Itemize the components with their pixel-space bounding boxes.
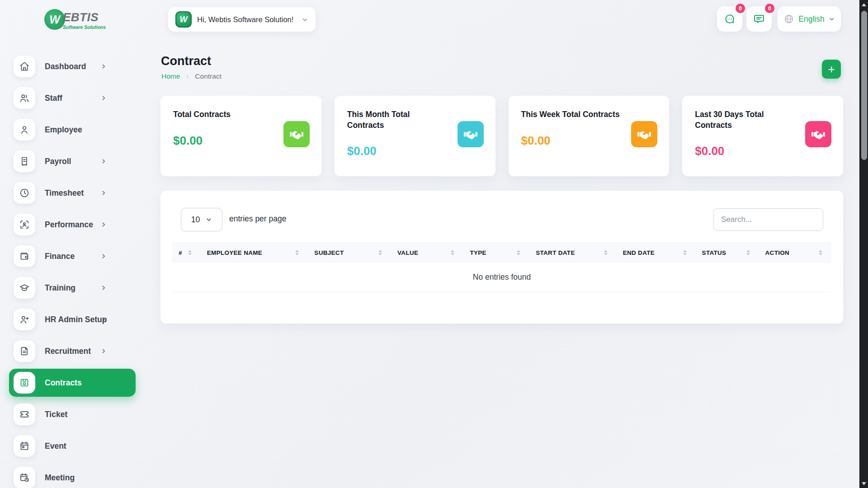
column-header-start-date[interactable]: START DATE — [529, 243, 616, 262]
sidebar-item-label: Staff — [45, 94, 62, 103]
ticket-icon — [14, 404, 35, 425]
entries-per-page-select[interactable]: 10 — [181, 208, 222, 231]
add-contract-button[interactable]: + — [822, 60, 841, 79]
chevron-right-icon — [185, 74, 190, 79]
column-header-status[interactable]: STATUS — [696, 243, 759, 262]
brand-name: EBTIS — [63, 11, 106, 23]
sidebar-item-finance[interactable]: Finance — [0, 240, 136, 272]
stat-title: Total Contracts — [173, 109, 286, 120]
chevron-down-icon — [829, 16, 835, 22]
stat-card-month-total-contracts: This Month Total Contracts $0.00 — [335, 96, 495, 176]
plus-icon: + — [828, 63, 835, 75]
chevron-right-icon — [100, 190, 107, 196]
brand-logo[interactable]: W EBTIS Software Solutions — [44, 9, 106, 30]
empty-message: No entries found — [473, 272, 531, 282]
sidebar-item-employee[interactable]: Employee — [0, 114, 136, 145]
table-header-row: #EMPLOYEE NAMESUBJECTVALUETYPESTART DATE… — [172, 243, 831, 263]
sort-icon — [683, 250, 687, 255]
sidebar-item-timesheet[interactable]: Timesheet — [0, 177, 136, 209]
search-input[interactable] — [713, 208, 823, 231]
language-selector[interactable]: English — [778, 6, 841, 32]
stat-title: This Month Total Contracts — [347, 109, 425, 131]
sidebar-item-meeting[interactable]: Meeting — [0, 462, 136, 488]
sidebar-item-label: Event — [45, 441, 66, 451]
column-header-action[interactable]: ACTION — [759, 243, 831, 262]
notifications-button[interactable]: 0 — [746, 6, 772, 32]
column-label: EMPLOYEE NAME — [207, 249, 262, 256]
sidebar-item-label: Employee — [45, 125, 82, 135]
column-header-type[interactable]: TYPE — [463, 243, 529, 262]
entries-per-page-label: entries per page — [229, 214, 286, 224]
handshake-icon — [283, 121, 310, 147]
home-icon — [14, 56, 35, 77]
scroll-down-arrow[interactable] — [860, 480, 868, 487]
vertical-scrollbar[interactable] — [859, 0, 868, 488]
app-window: W EBTIS Software Solutions Dashboard — [0, 0, 868, 488]
column-label: VALUE — [397, 249, 418, 256]
chevron-right-icon — [100, 158, 107, 164]
stat-card-week-total-contracts: This Week Total Contracts $0.00 — [509, 96, 670, 176]
stat-title: This Week Total Contracts — [521, 109, 634, 120]
user-plus-icon — [14, 309, 35, 330]
chat-bubble-icon — [723, 13, 736, 25]
sidebar-item-dashboard[interactable]: Dashboard — [0, 51, 136, 82]
sidebar-item-recruitment[interactable]: Recruitment — [0, 335, 136, 367]
sidebar-item-staff[interactable]: Staff — [0, 82, 136, 114]
sidebar-item-label: Recruitment — [45, 347, 91, 356]
breadcrumb-home-link[interactable]: Home — [161, 72, 180, 80]
stat-card-total-contracts: Total Contracts $0.00 — [160, 96, 321, 176]
chevron-down-icon — [302, 16, 308, 23]
sidebar-item-hr-admin-setup[interactable]: HR Admin Setup — [0, 304, 136, 335]
chevron-right-icon — [100, 95, 107, 101]
message-square-icon — [753, 13, 765, 25]
stat-title: Last 30 Days Total Contracts — [695, 109, 773, 131]
sort-icon — [378, 250, 382, 255]
account-menu[interactable]: W Hi, Webtis Software Solution! — [168, 7, 316, 32]
breadcrumb-current: Contract — [195, 72, 222, 80]
sidebar-item-payroll[interactable]: Payroll — [0, 145, 136, 177]
chevron-right-icon — [100, 63, 107, 70]
graduation-cap-icon — [14, 277, 35, 299]
breadcrumb: Home Contract — [161, 72, 222, 80]
sidebar-item-event[interactable]: Event — [0, 430, 136, 462]
sidebar-item-performance[interactable]: Performance — [0, 209, 136, 240]
sidebar: W EBTIS Software Solutions Dashboard — [0, 0, 136, 488]
sidebar-item-label: Training — [45, 283, 75, 293]
scroll-up-arrow[interactable] — [860, 1, 868, 8]
calendar-icon — [14, 435, 35, 457]
chat-button[interactable]: 0 — [717, 6, 742, 32]
sidebar-item-label: Finance — [45, 252, 75, 261]
sidebar-item-contracts[interactable]: Contracts — [0, 367, 136, 399]
wallet-icon — [14, 245, 35, 267]
calendar-clock-icon — [14, 467, 35, 488]
sidebar-item-training[interactable]: Training — [0, 272, 136, 304]
stat-cards-row: Total Contracts $0.00 This Month Total C… — [160, 96, 843, 176]
column-label: SUBJECT — [314, 249, 344, 256]
sidebar-item-label: Meeting — [45, 473, 75, 483]
column-header-subject[interactable]: SUBJECT — [308, 243, 391, 262]
brand-logo-icon: W — [44, 9, 65, 30]
column-header-value[interactable]: VALUE — [391, 243, 463, 262]
column-header-[interactable]: # — [172, 243, 201, 262]
clock-icon — [14, 182, 35, 204]
language-label: English — [798, 14, 824, 24]
chevron-right-icon — [100, 348, 107, 354]
column-header-end-date[interactable]: END DATE — [617, 243, 696, 262]
column-header-employee-name[interactable]: EMPLOYEE NAME — [201, 243, 308, 262]
users-icon — [14, 87, 35, 109]
handshake-icon — [458, 121, 484, 147]
brand-tagline: Software Solutions — [63, 24, 106, 30]
sidebar-item-ticket[interactable]: Ticket — [0, 399, 136, 430]
column-label: TYPE — [470, 249, 486, 256]
sidebar-item-label: Timesheet — [45, 188, 84, 198]
user-icon — [14, 119, 35, 141]
sidebar-item-label: HR Admin Setup — [45, 315, 107, 324]
column-label: STATUS — [702, 249, 726, 256]
sort-icon — [746, 250, 750, 255]
sort-icon — [517, 250, 520, 255]
chevron-right-icon — [100, 253, 107, 259]
performance-scan-icon — [14, 214, 35, 235]
scrollbar-thumb[interactable] — [861, 11, 867, 160]
column-label: # — [179, 249, 182, 256]
greeting-text: Hi, Webtis Software Solution! — [197, 15, 293, 24]
